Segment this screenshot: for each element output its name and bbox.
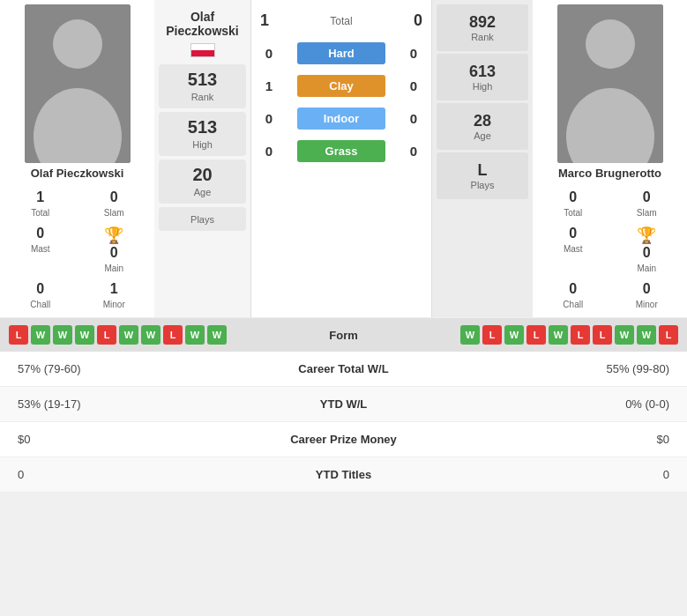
right-high-item: 613 High xyxy=(437,54,528,100)
clay-left-score: 1 xyxy=(260,78,278,93)
grass-button[interactable]: Grass xyxy=(297,140,385,162)
left-form-badge: W xyxy=(141,325,161,345)
top-row: Olaf Pieczkowski 1 Total 0 Slam 0 Mast 🏆 xyxy=(0,0,687,317)
left-flag xyxy=(190,43,215,57)
left-main-label: Main xyxy=(104,263,123,273)
right-chall-cell: 0 Chall xyxy=(537,278,609,313)
right-player-block: Marco Brugnerotto 0 Total 0 Slam 0 Mast … xyxy=(533,0,687,317)
hard-button[interactable]: Hard xyxy=(297,42,385,64)
right-form-badge: W xyxy=(549,325,568,345)
left-minor-cell: 1 Minor xyxy=(78,278,151,313)
clay-right-score: 0 xyxy=(405,78,422,93)
right-slam-cell: 0 Slam xyxy=(611,187,683,221)
stat-right-value: $0 xyxy=(414,433,670,446)
right-total-label: Total xyxy=(564,208,582,218)
right-form-badge: L xyxy=(593,325,612,345)
right-form-badge: W xyxy=(504,325,524,345)
right-plays-item: L Plays xyxy=(437,152,528,199)
stat-center-label: Career Total W/L xyxy=(273,362,414,375)
right-main-value: 0 xyxy=(637,245,656,261)
right-main-inline: 0 Main xyxy=(637,245,656,274)
left-form-badge: W xyxy=(185,325,205,345)
right-minor-cell: 0 Minor xyxy=(611,278,683,313)
right-chall-value: 0 xyxy=(537,281,609,297)
left-age-value: 20 xyxy=(168,165,237,185)
right-mast-label: Mast xyxy=(564,244,583,254)
left-high-value: 513 xyxy=(168,117,237,137)
stat-center-label: YTD Titles xyxy=(273,468,414,481)
grass-row: 0 Grass 0 xyxy=(251,135,431,167)
stat-center-label: YTD W/L xyxy=(273,397,414,411)
stats-rows: 57% (79-60)Career Total W/L55% (99-80)53… xyxy=(0,352,687,493)
right-mast-cell: 0 Mast xyxy=(537,223,609,277)
main-container: Olaf Pieczkowski 1 Total 0 Slam 0 Mast 🏆 xyxy=(0,0,687,493)
right-form-badge: W xyxy=(637,325,656,345)
right-age-value: 28 xyxy=(441,112,524,130)
left-total-label: Total xyxy=(31,208,49,218)
left-chall-value: 0 xyxy=(4,281,77,297)
right-trophy-icon: 🏆 xyxy=(637,226,656,245)
left-form-badge: W xyxy=(75,325,94,345)
left-mast-cell: 0 Mast xyxy=(4,223,77,277)
stat-row: 0YTD Titles0 xyxy=(0,457,687,493)
right-player-stats-grid: 0 Total 0 Slam 0 Mast 🏆 0 Main xyxy=(537,187,683,313)
left-form-badge: W xyxy=(53,325,72,345)
stat-left-value: 57% (79-60) xyxy=(18,362,273,375)
stat-left-value: 0 xyxy=(18,468,273,481)
left-form-badge: L xyxy=(97,325,116,345)
left-player-stats-grid: 1 Total 0 Slam 0 Mast 🏆 0 Main xyxy=(4,187,150,313)
right-stats-panel: 892 Rank 613 High 28 Age L Plays xyxy=(431,0,533,317)
left-age-label: Age xyxy=(194,187,212,197)
left-chall-cell: 0 Chall xyxy=(4,278,77,313)
right-high-label: High xyxy=(441,81,524,92)
right-player-name: Marco Brugnerotto xyxy=(558,167,661,180)
right-slam-value: 0 xyxy=(611,189,683,205)
right-total-cell: 0 Total xyxy=(537,187,609,221)
right-form-badge: L xyxy=(571,325,590,345)
left-form-badge: W xyxy=(31,325,50,345)
grass-left-score: 0 xyxy=(260,144,278,159)
left-form-badge: W xyxy=(207,325,227,345)
center-block: Olaf Pieczkowski 513 Rank 513 High 20 Ag… xyxy=(154,0,533,317)
total-label: Total xyxy=(330,15,352,27)
svg-point-1 xyxy=(53,19,102,69)
left-total-cell: 1 Total xyxy=(4,187,77,221)
right-form-badge: L xyxy=(659,325,678,345)
indoor-row: 0 Indoor 0 xyxy=(251,102,431,135)
right-minor-label: Minor xyxy=(636,300,658,309)
clay-button[interactable]: Clay xyxy=(297,75,385,97)
stat-row: $0Career Prize Money$0 xyxy=(0,422,687,457)
right-form-badge: W xyxy=(615,325,634,345)
left-main-inline: 0 Main xyxy=(104,245,123,274)
stat-left-value: $0 xyxy=(18,433,273,446)
left-rank-label: Rank xyxy=(191,92,214,102)
left-player-name: Olaf Pieczkowski xyxy=(31,167,124,180)
left-minor-label: Minor xyxy=(103,300,125,309)
left-minor-value: 1 xyxy=(78,281,151,297)
stat-row: 57% (79-60)Career Total W/L55% (99-80) xyxy=(0,352,687,387)
right-rank-item: 892 Rank xyxy=(437,4,528,51)
left-trophy-icon: 🏆 xyxy=(104,226,123,245)
right-slam-label: Slam xyxy=(637,208,657,218)
hard-row: 0 Hard 0 xyxy=(251,37,431,70)
right-mast-value: 0 xyxy=(537,226,609,241)
left-player-name-top: Olaf Pieczkowski xyxy=(159,4,246,43)
right-form-badges: WLWLWLLWWL xyxy=(384,325,679,345)
left-center-stats: Olaf Pieczkowski 513 Rank 513 High 20 Ag… xyxy=(154,0,251,317)
right-form-badge: L xyxy=(482,325,502,345)
hard-left-score: 0 xyxy=(260,46,278,61)
right-main-label: Main xyxy=(637,263,656,273)
left-plays-label: Plays xyxy=(190,214,214,225)
left-trophy-cell: 🏆 0 Main xyxy=(78,223,151,277)
stat-right-value: 0 xyxy=(414,468,670,481)
right-plays-value: L xyxy=(441,161,524,180)
hard-right-score: 0 xyxy=(405,46,422,61)
stat-left-value: 53% (19-17) xyxy=(18,397,273,411)
stat-right-value: 0% (0-0) xyxy=(414,397,670,411)
left-form-badge: L xyxy=(163,325,183,345)
indoor-button[interactable]: Indoor xyxy=(297,108,385,130)
total-row: 1 Total 0 xyxy=(251,4,431,37)
right-form-badge: L xyxy=(526,325,546,345)
form-section: LWWWLWWLWW Form WLWLWLLWWL xyxy=(0,318,687,352)
left-form-badge: W xyxy=(119,325,138,345)
